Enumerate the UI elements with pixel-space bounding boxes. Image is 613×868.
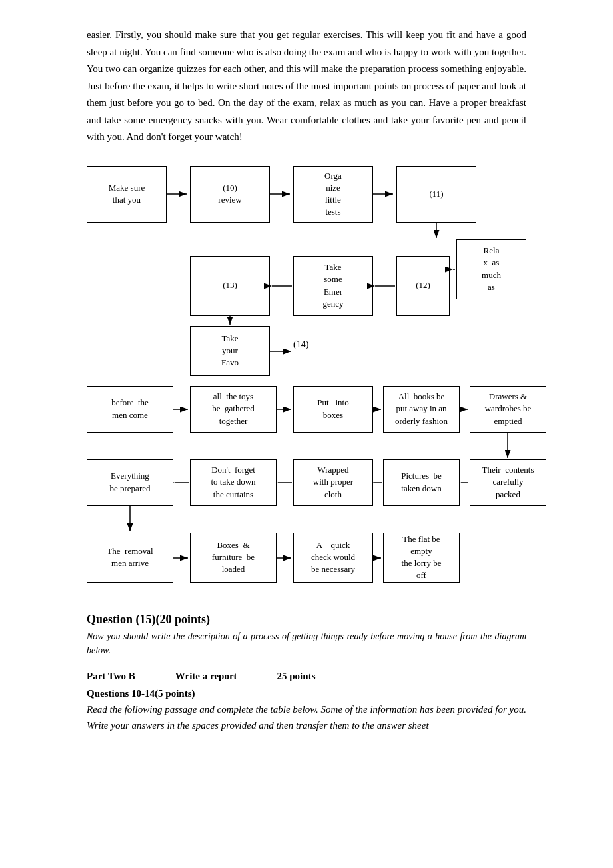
box-wrapped: Wrappedwith propercloth: [293, 459, 373, 506]
box-curtains: Don't forgetto take downthe curtains: [190, 459, 277, 506]
part-two-title: Write a report: [175, 668, 237, 684]
flow-diagram: Make surethat you (10)review Organizelit…: [87, 166, 526, 606]
box-review: (10)review: [190, 166, 270, 223]
instructions-text: Read the following passage and complete …: [87, 701, 526, 733]
box-all-books: All books beput away in anorderly fashio…: [383, 386, 460, 433]
part-two-points: 25 points: [277, 668, 316, 684]
question-section: Question (15)(20 points) Now you should …: [87, 613, 526, 657]
question-title: Question (15)(20 points): [87, 613, 526, 627]
box-make-sure: Make surethat you: [87, 166, 167, 223]
part-two-label: Part Two B: [87, 668, 135, 684]
box-organize: Organizelittletests: [293, 166, 373, 223]
box-drawers: Drawers &wardrobes beemptied: [470, 386, 546, 433]
box-emergency: TakesomeEmergency: [293, 256, 373, 316]
box-boxes-furniture: Boxes &furniture beloaded: [190, 533, 277, 583]
box-11: (11): [396, 166, 476, 223]
questions-label: Questions 10-14(5 points): [87, 685, 526, 701]
box-relax: Relax asmuchas: [456, 239, 526, 299]
part-two-section: Part Two B Write a report 25 points Ques…: [87, 668, 526, 733]
intro-paragraph: easier. Firstly, you should make sure th…: [87, 27, 526, 146]
question-subtitle: Now you should write the description of …: [87, 629, 526, 657]
box-removal-men: The removalmen arrive: [87, 533, 173, 583]
box-all-toys: all the toysbe gatheredtogether: [190, 386, 277, 433]
box-put-into-boxes: Put intoboxes: [293, 386, 373, 433]
box-flat-empty: The flat beemptythe lorry beoff: [383, 533, 460, 583]
box-quick-check: A quickcheck wouldbe necessary: [293, 533, 373, 583]
box-before-men: before themen come: [87, 386, 173, 433]
box-12: (12): [396, 256, 450, 316]
box-everything: Everythingbe prepared: [87, 459, 173, 506]
box-take-favorite: TakeyourFavo: [190, 326, 270, 376]
box-13: (13): [190, 256, 270, 316]
box-pictures: Pictures betaken down: [383, 459, 460, 506]
box-their-contents: Their contentscarefullypacked: [470, 459, 546, 506]
box-14: (14): [293, 339, 308, 350]
